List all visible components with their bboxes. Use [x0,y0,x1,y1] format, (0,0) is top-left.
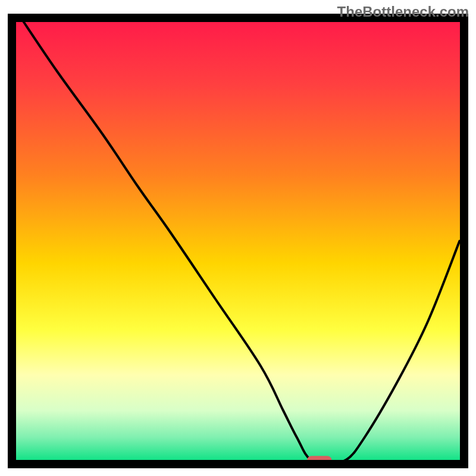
watermark-text: TheBottleneck.com [337,4,469,20]
gradient-background [12,18,464,464]
bottleneck-chart [0,0,476,476]
chart-svg [0,0,476,476]
